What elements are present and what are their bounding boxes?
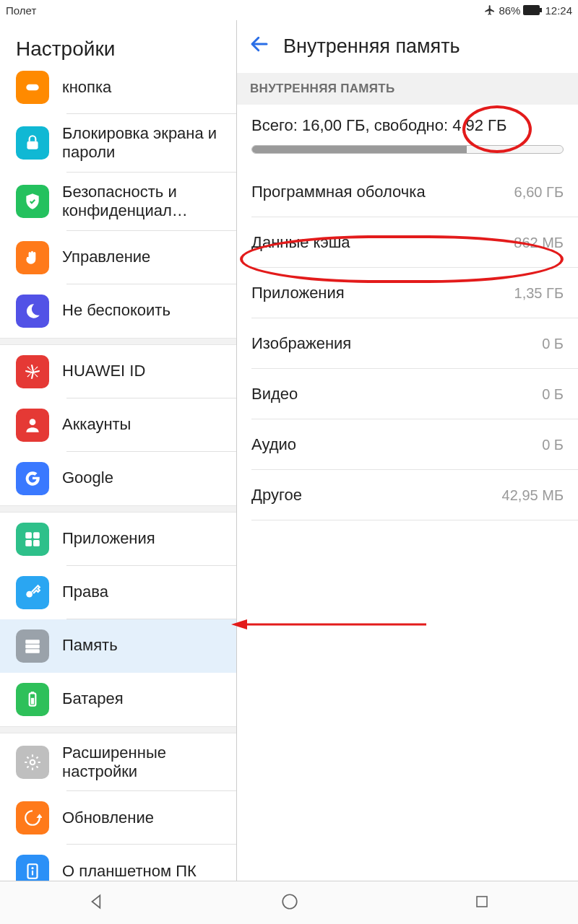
storage-row-value: 42,95 МБ: [502, 487, 564, 504]
carrier-label: Полет: [6, 4, 36, 17]
status-right: 86% 12:24: [484, 4, 572, 17]
home-nav-icon[interactable]: [280, 892, 299, 914]
sidebar-item-8[interactable]: Приложения: [0, 513, 236, 566]
sidebar-item-1[interactable]: Блокировка экрана и пароли: [0, 114, 236, 173]
lock-icon: [16, 126, 49, 160]
sidebar-group-gap: [0, 338, 236, 345]
storage-row-6[interactable]: Другое42,95 МБ: [237, 470, 578, 520]
sidebar-item-label: кнопка: [62, 78, 111, 97]
storage-row-value: 1,35 ГБ: [514, 285, 564, 302]
sidebar-item-11[interactable]: Батарея: [0, 673, 236, 726]
svg-rect-16: [31, 697, 34, 704]
storage-row-label: Аудио: [251, 435, 296, 454]
google-icon: [16, 462, 49, 495]
sidebar-item-9[interactable]: Права: [0, 566, 236, 619]
svg-point-22: [282, 894, 297, 909]
sidebar-item-label: Аккаунты: [62, 415, 131, 434]
svg-rect-7: [33, 532, 40, 539]
svg-rect-6: [25, 532, 32, 539]
sidebar-item-label: Память: [62, 636, 118, 655]
sidebar-item-6[interactable]: Аккаунты: [0, 398, 236, 452]
sidebar-item-4[interactable]: Не беспокоить: [0, 284, 236, 338]
android-navbar: [0, 881, 578, 924]
svg-rect-20: [32, 871, 33, 876]
storage-row-label: Программная оболочка: [251, 183, 426, 201]
sidebar-item-label: Обновление: [62, 808, 154, 827]
settings-sidebar: Настройки кнопкаБлокировка экрана и паро…: [0, 20, 237, 881]
storage-row-2[interactable]: Приложения1,35 ГБ: [237, 268, 578, 318]
content-title: Внутренняя память: [283, 35, 460, 58]
status-bar: Полет 86% 12:24: [0, 0, 578, 20]
svg-rect-4: [27, 141, 38, 149]
storage-row-0[interactable]: Программная оболочка6,60 ГБ: [237, 167, 578, 217]
svg-rect-8: [25, 540, 32, 546]
storage-free: 4,92 ГБ: [452, 116, 506, 134]
summary-mid: , свободно:: [365, 116, 452, 134]
storage-row-value: 0 Б: [542, 386, 564, 403]
sidebar-item-12[interactable]: Расширенные настройки: [0, 733, 236, 792]
button-icon: [16, 71, 49, 104]
svg-point-17: [30, 760, 35, 765]
svg-rect-2: [525, 6, 538, 14]
storage-row-value: 862 МБ: [514, 235, 564, 251]
key-icon: [16, 576, 49, 609]
svg-point-10: [26, 590, 33, 597]
storage-row-4[interactable]: Видео0 Б: [237, 369, 578, 419]
section-header: ВНУТРЕННЯЯ ПАМЯТЬ: [237, 73, 578, 105]
sidebar-item-13[interactable]: Обновление: [0, 791, 236, 845]
account-icon: [16, 409, 49, 442]
svg-rect-1: [540, 8, 542, 12]
recent-nav-icon[interactable]: [473, 893, 491, 913]
back-icon[interactable]: [249, 33, 270, 60]
svg-rect-9: [33, 540, 40, 546]
sidebar-item-label: Безопасность и конфиденциал…: [62, 183, 226, 221]
svg-rect-12: [25, 644, 40, 648]
storage-row-label: Видео: [251, 385, 298, 404]
sidebar-item-label: Приложения: [62, 529, 155, 548]
sidebar-item-0[interactable]: кнопка: [0, 71, 236, 114]
svg-rect-13: [25, 649, 40, 653]
sidebar-group-gap: [0, 505, 236, 513]
back-nav-icon[interactable]: [87, 892, 106, 914]
storage-row-3[interactable]: Изображения0 Б: [237, 318, 578, 369]
gear-icon: [16, 746, 49, 779]
svg-rect-3: [26, 84, 38, 91]
storage-row-1[interactable]: Данные кэша862 МБ: [237, 217, 578, 268]
battery-icon: [16, 683, 49, 716]
shield-icon: [16, 185, 49, 218]
storage-row-label: Данные кэша: [251, 233, 350, 252]
storage-pane: Внутренняя память ВНУТРЕННЯЯ ПАМЯТЬ Всег…: [237, 20, 578, 881]
sidebar-item-label: О планшетном ПК: [62, 862, 197, 881]
svg-rect-23: [477, 897, 487, 907]
sidebar-item-10[interactable]: Память: [0, 619, 236, 673]
sidebar-item-7[interactable]: Google: [0, 452, 236, 505]
sidebar-item-14[interactable]: О планшетном ПК: [0, 845, 236, 881]
storage-row-value: 0 Б: [542, 437, 564, 453]
apps-icon: [16, 523, 49, 556]
storage-icon: [16, 629, 49, 663]
info-icon: [16, 855, 49, 881]
svg-point-19: [31, 867, 33, 869]
sidebar-item-3[interactable]: Управление: [0, 231, 236, 284]
hand-icon: [16, 241, 49, 274]
battery-icon: [523, 5, 542, 15]
storage-row-label: Приложения: [251, 284, 345, 302]
moon-icon: [16, 295, 49, 328]
content-header: Внутренняя память: [237, 20, 578, 73]
sidebar-item-label: Не беспокоить: [62, 301, 171, 320]
sidebar-item-5[interactable]: HUAWEI ID: [0, 345, 236, 398]
sidebar-group-gap: [0, 726, 236, 733]
sidebar-item-label: Права: [62, 583, 108, 601]
update-icon: [16, 801, 49, 834]
storage-row-value: 6,60 ГБ: [514, 184, 564, 201]
sidebar-item-label: Расширенные настройки: [62, 744, 226, 782]
sidebar-title: Настройки: [0, 20, 236, 71]
storage-row-5[interactable]: Аудио0 Б: [237, 419, 578, 470]
huawei-icon: [16, 355, 49, 388]
battery-text: 86%: [499, 4, 520, 17]
sidebar-item-label: Google: [62, 468, 113, 487]
storage-row-label: Другое: [251, 486, 302, 505]
storage-progress: [237, 141, 578, 167]
svg-rect-15: [31, 692, 34, 693]
sidebar-item-2[interactable]: Безопасность и конфиденциал…: [0, 173, 236, 231]
